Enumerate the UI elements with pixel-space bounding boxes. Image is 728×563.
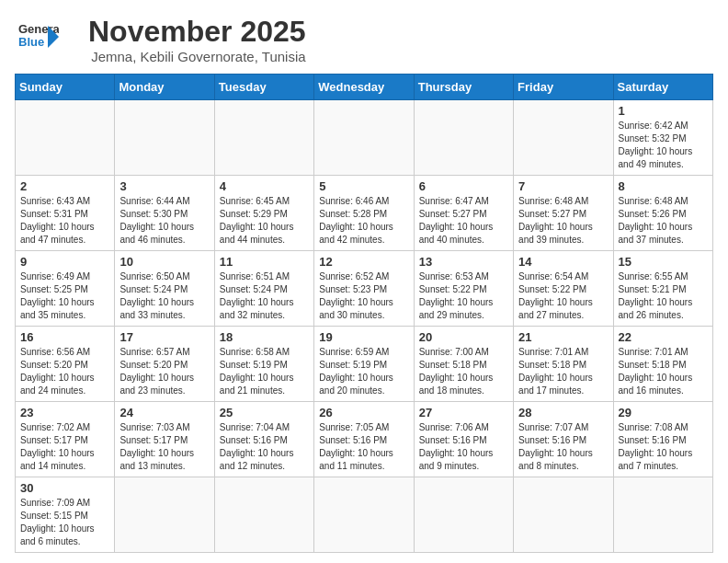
calendar-day-cell: 23Sunrise: 7:02 AM Sunset: 5:17 PM Dayli… <box>16 402 115 477</box>
day-info: Sunrise: 7:03 AM Sunset: 5:17 PM Dayligh… <box>119 421 209 473</box>
day-info: Sunrise: 6:57 AM Sunset: 5:20 PM Dayligh… <box>119 346 209 397</box>
day-number: 23 <box>20 406 109 419</box>
day-number: 13 <box>419 255 508 269</box>
title-block: November 2025 Jemna, Kebili Governorate,… <box>88 15 306 64</box>
calendar-day-cell <box>16 100 115 176</box>
day-number: 24 <box>119 406 209 419</box>
calendar-day-cell <box>613 477 712 553</box>
day-number: 26 <box>319 406 408 419</box>
weekday-header-wednesday: Wednesday <box>314 75 414 100</box>
day-number: 5 <box>319 179 408 193</box>
day-info: Sunrise: 7:00 AM Sunset: 5:18 PM Dayligh… <box>419 346 508 397</box>
calendar-day-cell: 26Sunrise: 7:05 AM Sunset: 5:16 PM Dayli… <box>314 402 414 477</box>
day-info: Sunrise: 6:50 AM Sunset: 5:24 PM Dayligh… <box>119 270 209 322</box>
day-info: Sunrise: 7:08 AM Sunset: 5:16 PM Dayligh… <box>619 421 708 473</box>
day-number: 3 <box>119 179 209 193</box>
day-number: 9 <box>20 255 109 269</box>
calendar-day-cell <box>314 477 414 553</box>
calendar-week-row: 30Sunrise: 7:09 AM Sunset: 5:15 PM Dayli… <box>16 477 713 553</box>
calendar-day-cell: 8Sunrise: 6:48 AM Sunset: 5:26 PM Daylig… <box>613 176 712 251</box>
calendar-day-cell: 10Sunrise: 6:50 AM Sunset: 5:24 PM Dayli… <box>115 251 214 327</box>
calendar-day-cell: 3Sunrise: 6:44 AM Sunset: 5:30 PM Daylig… <box>115 176 214 251</box>
page-header: November 2025 Jemna, Kebili Governorate,… <box>15 15 713 64</box>
weekday-header-thursday: Thursday <box>414 75 513 100</box>
calendar-day-cell: 4Sunrise: 6:45 AM Sunset: 5:29 PM Daylig… <box>214 176 313 251</box>
calendar-week-row: 16Sunrise: 6:56 AM Sunset: 5:20 PM Dayli… <box>16 327 713 402</box>
day-info: Sunrise: 6:46 AM Sunset: 5:28 PM Dayligh… <box>319 195 408 247</box>
day-info: Sunrise: 7:04 AM Sunset: 5:16 PM Dayligh… <box>220 421 309 473</box>
day-info: Sunrise: 7:02 AM Sunset: 5:17 PM Dayligh… <box>20 421 109 473</box>
day-number: 7 <box>518 179 608 193</box>
day-number: 28 <box>518 406 608 419</box>
calendar-day-cell: 12Sunrise: 6:52 AM Sunset: 5:23 PM Dayli… <box>314 251 414 327</box>
weekday-header-row: SundayMondayTuesdayWednesdayThursdayFrid… <box>16 75 713 100</box>
day-number: 20 <box>419 330 508 344</box>
calendar-day-cell: 11Sunrise: 6:51 AM Sunset: 5:24 PM Dayli… <box>214 251 313 327</box>
calendar-day-cell <box>514 477 613 553</box>
day-info: Sunrise: 6:51 AM Sunset: 5:24 PM Dayligh… <box>220 270 309 322</box>
day-number: 25 <box>220 406 309 419</box>
day-number: 11 <box>220 255 309 269</box>
calendar-day-cell: 2Sunrise: 6:43 AM Sunset: 5:31 PM Daylig… <box>16 176 115 251</box>
day-info: Sunrise: 6:43 AM Sunset: 5:31 PM Dayligh… <box>20 195 109 247</box>
day-number: 21 <box>518 330 608 344</box>
day-info: Sunrise: 6:54 AM Sunset: 5:22 PM Dayligh… <box>518 270 608 322</box>
calendar-table: SundayMondayTuesdayWednesdayThursdayFrid… <box>15 74 713 553</box>
day-number: 15 <box>619 255 708 269</box>
calendar-day-cell <box>214 100 313 176</box>
calendar-day-cell <box>314 100 414 176</box>
day-number: 29 <box>619 406 708 419</box>
svg-text:Blue: Blue <box>18 35 44 49</box>
calendar-day-cell: 16Sunrise: 6:56 AM Sunset: 5:20 PM Dayli… <box>16 327 115 402</box>
calendar-day-cell: 27Sunrise: 7:06 AM Sunset: 5:16 PM Dayli… <box>414 402 513 477</box>
calendar-week-row: 9Sunrise: 6:49 AM Sunset: 5:25 PM Daylig… <box>16 251 713 327</box>
calendar-day-cell: 15Sunrise: 6:55 AM Sunset: 5:21 PM Dayli… <box>613 251 712 327</box>
day-number: 10 <box>119 255 209 269</box>
logo-container: General Blue <box>18 18 59 55</box>
day-info: Sunrise: 6:59 AM Sunset: 5:19 PM Dayligh… <box>319 346 408 397</box>
calendar-day-cell <box>414 100 513 176</box>
day-number: 2 <box>20 179 109 193</box>
weekday-header-tuesday: Tuesday <box>214 75 313 100</box>
day-info: Sunrise: 6:49 AM Sunset: 5:25 PM Dayligh… <box>20 270 109 322</box>
day-info: Sunrise: 6:52 AM Sunset: 5:23 PM Dayligh… <box>319 270 408 322</box>
day-number: 16 <box>20 330 109 344</box>
calendar-day-cell: 24Sunrise: 7:03 AM Sunset: 5:17 PM Dayli… <box>115 402 214 477</box>
calendar-day-cell: 28Sunrise: 7:07 AM Sunset: 5:16 PM Dayli… <box>514 402 613 477</box>
day-number: 30 <box>20 481 109 495</box>
day-info: Sunrise: 7:01 AM Sunset: 5:18 PM Dayligh… <box>619 346 708 397</box>
day-info: Sunrise: 6:53 AM Sunset: 5:22 PM Dayligh… <box>419 270 508 322</box>
calendar-week-row: 23Sunrise: 7:02 AM Sunset: 5:17 PM Dayli… <box>16 402 713 477</box>
day-number: 1 <box>619 104 708 118</box>
weekday-header-monday: Monday <box>115 75 214 100</box>
calendar-day-cell <box>115 100 214 176</box>
calendar-day-cell: 29Sunrise: 7:08 AM Sunset: 5:16 PM Dayli… <box>613 402 712 477</box>
day-info: Sunrise: 7:07 AM Sunset: 5:16 PM Dayligh… <box>518 421 608 473</box>
calendar-day-cell <box>115 477 214 553</box>
calendar-day-cell: 17Sunrise: 6:57 AM Sunset: 5:20 PM Dayli… <box>115 327 214 402</box>
calendar-day-cell: 13Sunrise: 6:53 AM Sunset: 5:22 PM Dayli… <box>414 251 513 327</box>
calendar-day-cell: 20Sunrise: 7:00 AM Sunset: 5:18 PM Dayli… <box>414 327 513 402</box>
calendar-day-cell: 6Sunrise: 6:47 AM Sunset: 5:27 PM Daylig… <box>414 176 513 251</box>
day-number: 18 <box>220 330 309 344</box>
day-number: 14 <box>518 255 608 269</box>
calendar-day-cell: 30Sunrise: 7:09 AM Sunset: 5:15 PM Dayli… <box>16 477 115 553</box>
day-info: Sunrise: 6:42 AM Sunset: 5:32 PM Dayligh… <box>619 120 708 171</box>
day-number: 4 <box>220 179 309 193</box>
day-info: Sunrise: 6:45 AM Sunset: 5:29 PM Dayligh… <box>220 195 309 247</box>
day-info: Sunrise: 7:05 AM Sunset: 5:16 PM Dayligh… <box>319 421 408 473</box>
calendar-week-row: 1Sunrise: 6:42 AM Sunset: 5:32 PM Daylig… <box>16 100 713 176</box>
day-info: Sunrise: 6:56 AM Sunset: 5:20 PM Dayligh… <box>20 346 109 397</box>
day-number: 22 <box>619 330 708 344</box>
day-info: Sunrise: 6:55 AM Sunset: 5:21 PM Dayligh… <box>619 270 708 322</box>
calendar-day-cell <box>514 100 613 176</box>
weekday-header-friday: Friday <box>514 75 613 100</box>
calendar-day-cell: 5Sunrise: 6:46 AM Sunset: 5:28 PM Daylig… <box>314 176 414 251</box>
day-info: Sunrise: 7:09 AM Sunset: 5:15 PM Dayligh… <box>20 497 109 548</box>
generalblue-logo: General Blue <box>18 18 59 55</box>
calendar-day-cell: 21Sunrise: 7:01 AM Sunset: 5:18 PM Dayli… <box>514 327 613 402</box>
calendar-day-cell: 25Sunrise: 7:04 AM Sunset: 5:16 PM Dayli… <box>214 402 313 477</box>
day-info: Sunrise: 6:48 AM Sunset: 5:26 PM Dayligh… <box>619 195 708 247</box>
weekday-header-sunday: Sunday <box>16 75 115 100</box>
day-info: Sunrise: 6:44 AM Sunset: 5:30 PM Dayligh… <box>119 195 209 247</box>
